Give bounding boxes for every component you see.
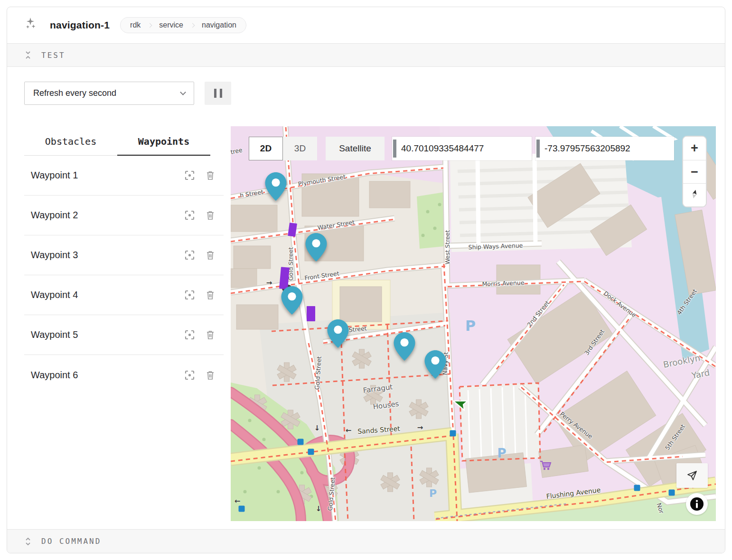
traffic-signal-icon	[634, 485, 640, 491]
street-label: Front Street	[304, 270, 340, 281]
obstacle-marker[interactable]	[288, 223, 297, 237]
map-canvas[interactable]: treeh StreetPlymouth StreetWater StreetF…	[231, 126, 716, 521]
map-mode-toggle: 2D 3D	[249, 137, 317, 160]
waypoint-row: Waypoint 4	[24, 275, 224, 315]
focus-icon	[185, 250, 195, 260]
main-content: Obstacles Waypoints Waypoint 1	[7, 119, 725, 521]
zoom-out-button[interactable]: −	[683, 160, 706, 183]
compass-button[interactable]	[683, 183, 706, 206]
latitude-field	[392, 137, 532, 160]
page-title: navigation-1	[50, 19, 110, 31]
breadcrumb-item: navigation	[202, 21, 236, 29]
trash-icon	[206, 170, 215, 180]
street-label: Gold Street	[313, 356, 323, 390]
collapse-icon	[24, 50, 32, 60]
street-label: Yard	[691, 367, 710, 381]
parking-icon: P	[465, 317, 476, 334]
street-label: 2nd Street	[526, 299, 551, 328]
focus-waypoint-button[interactable]	[179, 364, 200, 385]
satellite-button[interactable]: Satellite	[326, 137, 385, 160]
waypoint-name: Waypoint 3	[24, 250, 179, 261]
oneway-arrow-icon: ←	[346, 426, 352, 435]
waypoint-pin[interactable]	[305, 233, 327, 261]
street-label: Dock Avenue	[602, 289, 638, 318]
focus-waypoint-button[interactable]	[179, 245, 200, 266]
focus-icon	[185, 170, 195, 180]
waypoints-panel: Obstacles Waypoints Waypoint 1	[24, 126, 224, 521]
tab-waypoints[interactable]: Waypoints	[117, 136, 210, 156]
focus-icon	[185, 370, 195, 380]
longitude-field	[535, 137, 674, 160]
map-toolbar: 2D 3D Satellite	[249, 137, 674, 160]
waypoint-pin[interactable]	[265, 172, 287, 201]
pause-icon	[214, 89, 216, 98]
test-section-toggle[interactable]: TEST	[7, 43, 725, 67]
waypoint-name: Waypoint 4	[24, 289, 179, 300]
latitude-input[interactable]	[401, 143, 532, 154]
delete-waypoint-button[interactable]	[200, 245, 221, 266]
waypoint-list: Waypoint 1 Waypoint 2	[24, 156, 224, 395]
street-label: West Street	[444, 230, 451, 265]
oneway-arrow-icon: ←	[235, 497, 241, 505]
waypoint-pin[interactable]	[424, 350, 446, 379]
navigation-card: navigation-1 rdk service navigation TEST…	[7, 7, 725, 553]
latitude-accent-bar	[393, 140, 396, 158]
tab-obstacles[interactable]: Obstacles	[24, 136, 117, 156]
map-overlay: treeh StreetPlymouth StreetWater StreetF…	[231, 126, 716, 521]
street-label: Water Street	[317, 218, 355, 231]
delete-waypoint-button[interactable]	[200, 205, 221, 226]
mode-2d-button[interactable]: 2D	[249, 137, 283, 160]
focus-waypoint-button[interactable]	[179, 205, 200, 226]
robot-location-marker	[451, 395, 469, 412]
street-label: Flushing Avenue	[546, 486, 601, 500]
street-label: Sands Street	[357, 425, 400, 435]
do-command-toggle[interactable]: DO COMMAND	[7, 529, 725, 553]
street-label: Plymouth Street	[298, 173, 346, 188]
street-label: tree	[231, 146, 243, 156]
oneway-arrow-icon: →	[417, 423, 423, 432]
street-label: Perry Avenue	[559, 411, 594, 440]
trash-icon	[206, 330, 215, 340]
mode-3d-button[interactable]: 3D	[283, 137, 317, 160]
chevron-right-icon	[148, 23, 152, 28]
street-label: Ship Ways Avenue	[468, 242, 523, 251]
delete-waypoint-button[interactable]	[200, 364, 221, 385]
waypoint-row: Waypoint 2	[24, 196, 224, 235]
delete-waypoint-button[interactable]	[200, 325, 221, 345]
map-attribution-button[interactable]	[686, 493, 708, 515]
refresh-select[interactable]: Refresh every second	[24, 82, 194, 105]
focus-waypoint-button[interactable]	[179, 165, 200, 186]
longitude-accent-bar	[536, 140, 540, 158]
traffic-signal-icon	[298, 439, 304, 445]
focus-waypoint-button[interactable]	[179, 285, 200, 306]
oneway-arrow-icon: ↓	[316, 504, 322, 513]
zoom-in-button[interactable]: +	[683, 137, 706, 160]
focus-waypoint-button[interactable]	[179, 325, 200, 345]
trash-icon	[206, 210, 215, 220]
traffic-signal-icon	[239, 506, 245, 512]
waypoint-row: Waypoint 5	[24, 315, 224, 355]
street-label: 3rd Street	[583, 328, 606, 356]
oneway-arrow-icon: ↓	[314, 424, 320, 432]
waypoint-row: Waypoint 6	[24, 355, 224, 395]
refresh-controls: Refresh every second	[7, 67, 725, 119]
delete-waypoint-button[interactable]	[200, 165, 221, 186]
waypoint-name: Waypoint 1	[24, 170, 179, 181]
street-label: Farragut	[363, 383, 393, 394]
waypoint-pin[interactable]	[394, 332, 415, 361]
sparkles-icon	[24, 17, 39, 33]
longitude-input[interactable]	[544, 143, 674, 154]
info-icon	[690, 497, 704, 511]
waypoint-pin[interactable]	[327, 319, 349, 348]
waypoint-pin[interactable]	[281, 286, 303, 315]
center-on-robot-button[interactable]	[676, 463, 708, 488]
pause-refresh-button[interactable]	[205, 82, 231, 105]
street-label: Nor	[655, 502, 665, 514]
panel-tabs: Obstacles Waypoints	[24, 136, 224, 156]
delete-waypoint-button[interactable]	[200, 285, 221, 306]
street-label: Brooklyn	[662, 353, 701, 370]
obstacle-marker[interactable]	[307, 306, 315, 321]
waypoint-name: Waypoint 5	[24, 329, 179, 340]
street-label: 5th Street	[664, 423, 686, 451]
traffic-signal-icon	[669, 490, 675, 496]
